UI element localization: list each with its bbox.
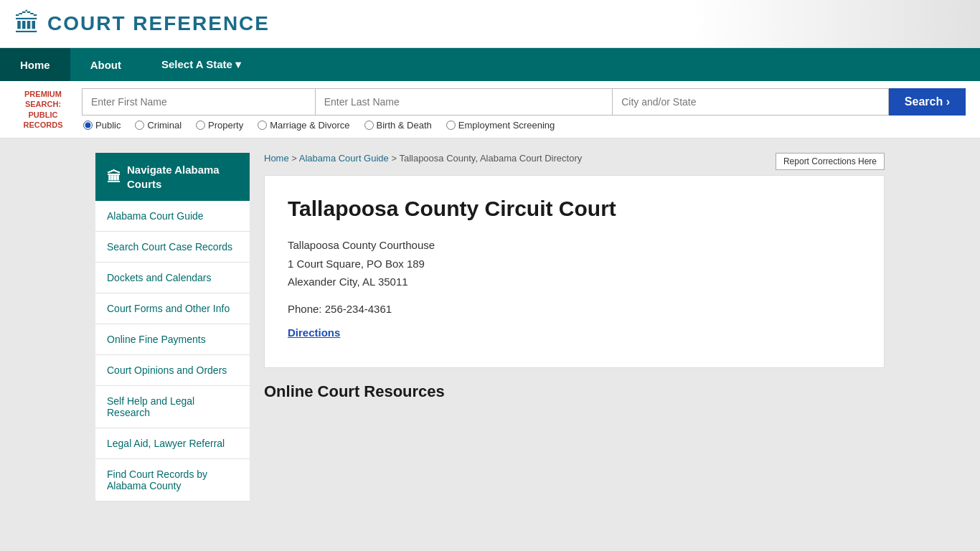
online-resources-title: Online Court Resources [264, 382, 885, 401]
sidebar-link-search-case-records[interactable]: Search Court Case Records [95, 232, 250, 263]
court-phone: Phone: 256-234-4361 [288, 303, 861, 315]
radio-public[interactable]: Public [83, 120, 121, 131]
breadcrumb-row: Report Corrections Here Home > Alabama C… [264, 153, 885, 175]
search-button[interactable]: Search › [889, 88, 966, 116]
city-state-input[interactable] [612, 88, 889, 116]
search-radio-group: Public Criminal Property Marriage & Divo… [83, 120, 966, 131]
nav-select-state[interactable]: Select A State ▾ [141, 48, 261, 81]
court-address-line3: Alexander City, AL 35011 [288, 276, 408, 288]
radio-birth[interactable]: Birth & Death [364, 120, 432, 131]
nav-home[interactable]: Home [0, 48, 70, 81]
sidebar-link-court-forms[interactable]: Court Forms and Other Info [95, 293, 250, 324]
sidebar-link-opinions[interactable]: Court Opinions and Orders [95, 355, 250, 386]
breadcrumb-home[interactable]: Home [264, 153, 289, 164]
first-name-input[interactable] [82, 88, 315, 116]
report-corrections-button[interactable]: Report Corrections Here [776, 153, 885, 170]
court-address: Tallapoosa County Courthouse 1 Court Squ… [288, 236, 861, 291]
premium-label: PREMIUM SEARCH: PUBLIC RECORDS [14, 89, 72, 130]
search-inputs: Search › [82, 88, 966, 116]
sidebar-link-fine-payments[interactable]: Online Fine Payments [95, 324, 250, 355]
header-background [693, 0, 980, 47]
radio-property[interactable]: Property [196, 120, 243, 131]
content-area: Report Corrections Here Home > Alabama C… [264, 153, 885, 501]
sidebar-header: 🏛 Navigate Alabama Courts [95, 153, 250, 201]
court-address-line2: 1 Court Square, PO Box 189 [288, 258, 425, 270]
directions-link[interactable]: Directions [288, 326, 340, 339]
radio-criminal[interactable]: Criminal [135, 120, 182, 131]
site-header: 🏛 COURT REFERENCE [0, 0, 980, 48]
sidebar: 🏛 Navigate Alabama Courts Alabama Court … [95, 153, 250, 501]
logo-text: COURT REFERENCE [47, 12, 270, 35]
sidebar-link-dockets[interactable]: Dockets and Calendars [95, 263, 250, 293]
breadcrumb-guide[interactable]: Alabama Court Guide [299, 153, 389, 164]
search-bar: PREMIUM SEARCH: PUBLIC RECORDS Search › … [0, 81, 980, 138]
breadcrumb-current: Tallapoosa County, Alabama Court Directo… [399, 153, 582, 164]
nav-about[interactable]: About [70, 48, 141, 81]
court-address-line1: Tallapoosa County Courthouse [288, 239, 435, 251]
court-name: Tallapoosa County Circuit Court [288, 196, 861, 222]
search-fields: Search › Public Criminal Property Marria… [82, 88, 966, 131]
sidebar-link-self-help[interactable]: Self Help and Legal Research [95, 386, 250, 428]
sidebar-header-text: Navigate Alabama Courts [127, 163, 238, 191]
sidebar-link-alabama-court-guide[interactable]: Alabama Court Guide [95, 201, 250, 232]
logo-icon: 🏛 [14, 9, 40, 39]
sidebar-header-icon: 🏛 [107, 168, 121, 187]
sidebar-link-legal-aid[interactable]: Legal Aid, Lawyer Referral [95, 428, 250, 459]
last-name-input[interactable] [315, 88, 613, 116]
logo[interactable]: 🏛 COURT REFERENCE [14, 9, 270, 39]
sidebar-link-find-records[interactable]: Find Court Records by Alabama County [95, 459, 250, 501]
radio-employment[interactable]: Employment Screening [446, 120, 555, 131]
main-content: 🏛 Navigate Alabama Courts Alabama Court … [95, 138, 885, 516]
radio-marriage[interactable]: Marriage & Divorce [258, 120, 349, 131]
court-card: Tallapoosa County Circuit Court Tallapoo… [264, 175, 885, 368]
main-nav: Home About Select A State ▾ [0, 48, 980, 81]
